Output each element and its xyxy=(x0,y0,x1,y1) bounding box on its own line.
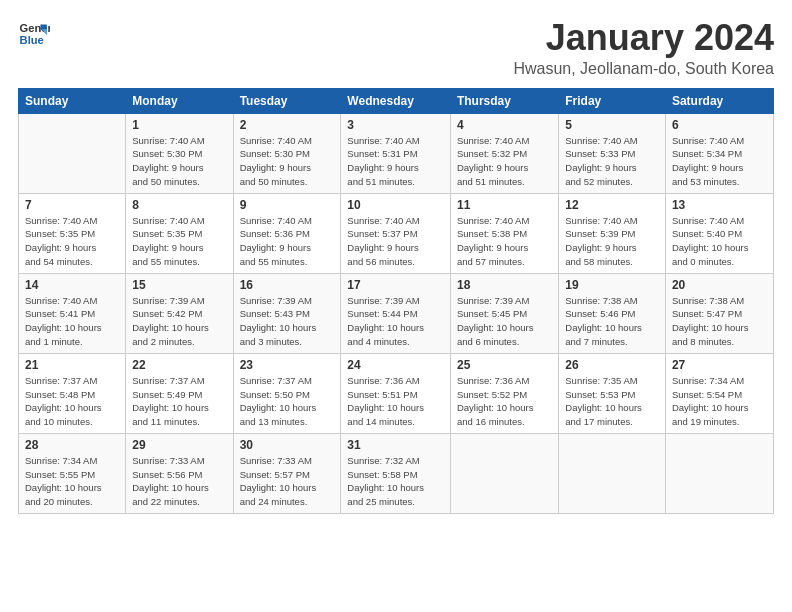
day-number: 14 xyxy=(25,278,119,292)
week-row-5: 28Sunrise: 7:34 AMSunset: 5:55 PMDayligh… xyxy=(19,433,774,513)
day-number: 12 xyxy=(565,198,659,212)
table-row: 22Sunrise: 7:37 AMSunset: 5:49 PMDayligh… xyxy=(126,353,233,433)
cell-info: Sunrise: 7:37 AMSunset: 5:50 PMDaylight:… xyxy=(240,374,335,429)
cell-info: Sunrise: 7:32 AMSunset: 5:58 PMDaylight:… xyxy=(347,454,444,509)
cell-info: Sunrise: 7:33 AMSunset: 5:56 PMDaylight:… xyxy=(132,454,226,509)
table-row: 8Sunrise: 7:40 AMSunset: 5:35 PMDaylight… xyxy=(126,193,233,273)
cell-info: Sunrise: 7:40 AMSunset: 5:30 PMDaylight:… xyxy=(240,134,335,189)
cell-info: Sunrise: 7:38 AMSunset: 5:46 PMDaylight:… xyxy=(565,294,659,349)
day-number: 17 xyxy=(347,278,444,292)
table-row: 30Sunrise: 7:33 AMSunset: 5:57 PMDayligh… xyxy=(233,433,341,513)
day-number: 5 xyxy=(565,118,659,132)
day-number: 6 xyxy=(672,118,767,132)
day-number: 11 xyxy=(457,198,552,212)
table-row xyxy=(559,433,666,513)
col-saturday: Saturday xyxy=(665,88,773,113)
day-number: 4 xyxy=(457,118,552,132)
cell-info: Sunrise: 7:40 AMSunset: 5:35 PMDaylight:… xyxy=(132,214,226,269)
day-number: 21 xyxy=(25,358,119,372)
table-row: 10Sunrise: 7:40 AMSunset: 5:37 PMDayligh… xyxy=(341,193,451,273)
table-row: 31Sunrise: 7:32 AMSunset: 5:58 PMDayligh… xyxy=(341,433,451,513)
day-number: 3 xyxy=(347,118,444,132)
day-number: 25 xyxy=(457,358,552,372)
table-row: 17Sunrise: 7:39 AMSunset: 5:44 PMDayligh… xyxy=(341,273,451,353)
cell-info: Sunrise: 7:40 AMSunset: 5:40 PMDaylight:… xyxy=(672,214,767,269)
table-row: 28Sunrise: 7:34 AMSunset: 5:55 PMDayligh… xyxy=(19,433,126,513)
day-number: 23 xyxy=(240,358,335,372)
cell-info: Sunrise: 7:40 AMSunset: 5:39 PMDaylight:… xyxy=(565,214,659,269)
day-number: 10 xyxy=(347,198,444,212)
table-row: 24Sunrise: 7:36 AMSunset: 5:51 PMDayligh… xyxy=(341,353,451,433)
table-row: 5Sunrise: 7:40 AMSunset: 5:33 PMDaylight… xyxy=(559,113,666,193)
table-row: 29Sunrise: 7:33 AMSunset: 5:56 PMDayligh… xyxy=(126,433,233,513)
table-row: 6Sunrise: 7:40 AMSunset: 5:34 PMDaylight… xyxy=(665,113,773,193)
day-number: 26 xyxy=(565,358,659,372)
table-row: 18Sunrise: 7:39 AMSunset: 5:45 PMDayligh… xyxy=(450,273,558,353)
cell-info: Sunrise: 7:40 AMSunset: 5:30 PMDaylight:… xyxy=(132,134,226,189)
table-row: 4Sunrise: 7:40 AMSunset: 5:32 PMDaylight… xyxy=(450,113,558,193)
cell-info: Sunrise: 7:40 AMSunset: 5:38 PMDaylight:… xyxy=(457,214,552,269)
day-number: 9 xyxy=(240,198,335,212)
day-number: 28 xyxy=(25,438,119,452)
table-row: 15Sunrise: 7:39 AMSunset: 5:42 PMDayligh… xyxy=(126,273,233,353)
table-row: 14Sunrise: 7:40 AMSunset: 5:41 PMDayligh… xyxy=(19,273,126,353)
table-row: 13Sunrise: 7:40 AMSunset: 5:40 PMDayligh… xyxy=(665,193,773,273)
day-number: 7 xyxy=(25,198,119,212)
day-number: 24 xyxy=(347,358,444,372)
table-row: 27Sunrise: 7:34 AMSunset: 5:54 PMDayligh… xyxy=(665,353,773,433)
day-number: 27 xyxy=(672,358,767,372)
page: General Blue January 2024 Hwasun, Jeolla… xyxy=(0,0,792,612)
table-row: 11Sunrise: 7:40 AMSunset: 5:38 PMDayligh… xyxy=(450,193,558,273)
cell-info: Sunrise: 7:34 AMSunset: 5:54 PMDaylight:… xyxy=(672,374,767,429)
day-number: 15 xyxy=(132,278,226,292)
col-sunday: Sunday xyxy=(19,88,126,113)
cell-info: Sunrise: 7:40 AMSunset: 5:41 PMDaylight:… xyxy=(25,294,119,349)
col-friday: Friday xyxy=(559,88,666,113)
title-block: January 2024 Hwasun, Jeollanam-do, South… xyxy=(513,18,774,78)
table-row: 19Sunrise: 7:38 AMSunset: 5:46 PMDayligh… xyxy=(559,273,666,353)
cell-info: Sunrise: 7:39 AMSunset: 5:42 PMDaylight:… xyxy=(132,294,226,349)
day-number: 31 xyxy=(347,438,444,452)
week-row-1: 1Sunrise: 7:40 AMSunset: 5:30 PMDaylight… xyxy=(19,113,774,193)
day-number: 19 xyxy=(565,278,659,292)
cell-info: Sunrise: 7:37 AMSunset: 5:48 PMDaylight:… xyxy=(25,374,119,429)
day-number: 30 xyxy=(240,438,335,452)
table-row: 26Sunrise: 7:35 AMSunset: 5:53 PMDayligh… xyxy=(559,353,666,433)
table-row: 3Sunrise: 7:40 AMSunset: 5:31 PMDaylight… xyxy=(341,113,451,193)
table-row: 20Sunrise: 7:38 AMSunset: 5:47 PMDayligh… xyxy=(665,273,773,353)
main-title: January 2024 xyxy=(513,18,774,58)
header: General Blue January 2024 Hwasun, Jeolla… xyxy=(18,18,774,78)
cell-info: Sunrise: 7:34 AMSunset: 5:55 PMDaylight:… xyxy=(25,454,119,509)
table-row xyxy=(665,433,773,513)
day-number: 1 xyxy=(132,118,226,132)
table-row: 9Sunrise: 7:40 AMSunset: 5:36 PMDaylight… xyxy=(233,193,341,273)
cell-info: Sunrise: 7:35 AMSunset: 5:53 PMDaylight:… xyxy=(565,374,659,429)
cell-info: Sunrise: 7:40 AMSunset: 5:33 PMDaylight:… xyxy=(565,134,659,189)
table-row: 21Sunrise: 7:37 AMSunset: 5:48 PMDayligh… xyxy=(19,353,126,433)
week-row-2: 7Sunrise: 7:40 AMSunset: 5:35 PMDaylight… xyxy=(19,193,774,273)
table-row: 1Sunrise: 7:40 AMSunset: 5:30 PMDaylight… xyxy=(126,113,233,193)
logo-icon: General Blue xyxy=(18,18,50,50)
cell-info: Sunrise: 7:37 AMSunset: 5:49 PMDaylight:… xyxy=(132,374,226,429)
cell-info: Sunrise: 7:40 AMSunset: 5:35 PMDaylight:… xyxy=(25,214,119,269)
cell-info: Sunrise: 7:39 AMSunset: 5:44 PMDaylight:… xyxy=(347,294,444,349)
cell-info: Sunrise: 7:36 AMSunset: 5:52 PMDaylight:… xyxy=(457,374,552,429)
day-number: 13 xyxy=(672,198,767,212)
day-number: 8 xyxy=(132,198,226,212)
col-monday: Monday xyxy=(126,88,233,113)
cell-info: Sunrise: 7:40 AMSunset: 5:32 PMDaylight:… xyxy=(457,134,552,189)
table-row: 2Sunrise: 7:40 AMSunset: 5:30 PMDaylight… xyxy=(233,113,341,193)
table-row: 12Sunrise: 7:40 AMSunset: 5:39 PMDayligh… xyxy=(559,193,666,273)
table-row: 23Sunrise: 7:37 AMSunset: 5:50 PMDayligh… xyxy=(233,353,341,433)
cell-info: Sunrise: 7:39 AMSunset: 5:43 PMDaylight:… xyxy=(240,294,335,349)
table-row xyxy=(19,113,126,193)
day-number: 20 xyxy=(672,278,767,292)
cell-info: Sunrise: 7:40 AMSunset: 5:36 PMDaylight:… xyxy=(240,214,335,269)
cell-info: Sunrise: 7:36 AMSunset: 5:51 PMDaylight:… xyxy=(347,374,444,429)
calendar-table: Sunday Monday Tuesday Wednesday Thursday… xyxy=(18,88,774,514)
table-row: 7Sunrise: 7:40 AMSunset: 5:35 PMDaylight… xyxy=(19,193,126,273)
header-row: Sunday Monday Tuesday Wednesday Thursday… xyxy=(19,88,774,113)
day-number: 16 xyxy=(240,278,335,292)
cell-info: Sunrise: 7:38 AMSunset: 5:47 PMDaylight:… xyxy=(672,294,767,349)
day-number: 22 xyxy=(132,358,226,372)
